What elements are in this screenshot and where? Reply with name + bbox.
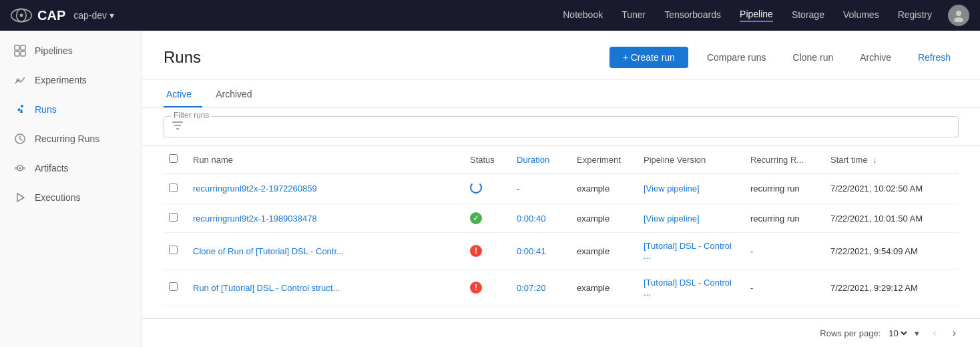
nav-notebook[interactable]: Notebook [563, 9, 603, 21]
svg-point-13 [19, 167, 21, 169]
experiment: example [577, 184, 609, 194]
archive-button[interactable]: Archive [852, 47, 899, 68]
duration: 0:00:40 [517, 214, 545, 224]
status-icon-error: ! [470, 245, 482, 257]
sidebar-label-pipelines: Pipelines [35, 45, 73, 56]
svg-point-10 [21, 105, 23, 107]
nav-tuner[interactable]: Tuner [622, 9, 646, 21]
pipeline-version[interactable]: [Tutorial] DSL - Control ... [644, 241, 732, 261]
row-checkbox[interactable] [169, 184, 178, 192]
row-checkbox[interactable] [169, 246, 178, 254]
prev-page-button[interactable]: ‹ [930, 324, 939, 342]
svg-marker-16 [17, 194, 24, 202]
recurring: - [750, 283, 753, 293]
nav-pipeline[interactable]: Pipeline [740, 9, 773, 22]
start-time: 7/22/2021, 10:01:50 AM [830, 214, 923, 224]
logo-icon [11, 6, 32, 25]
sidebar-item-recurring-runs[interactable]: Recurring Runs [0, 124, 142, 153]
refresh-button[interactable]: Refresh [910, 47, 959, 68]
recurring: recurring run [750, 214, 800, 224]
table-row: Clone of Run of [Tutorial] DSL - Contr..… [164, 233, 959, 270]
col-header-duration: Duration [511, 146, 571, 174]
select-all-checkbox[interactable] [169, 154, 178, 163]
experiment: example [577, 246, 609, 256]
page-title: Runs [164, 48, 599, 67]
tab-active[interactable]: Active [164, 79, 202, 107]
table-area: Run name Status Duration Experiment Pipe [142, 146, 980, 318]
svg-rect-6 [21, 45, 25, 50]
tab-archived[interactable]: Archived [213, 79, 262, 107]
table-row: recurringrunl9t2x-1-1989038478 ✓ 0:00:40… [164, 204, 959, 233]
pipeline-version[interactable]: [Tutorial] DSL - Control ... [644, 278, 732, 298]
sidebar-item-experiments[interactable]: Experiments [0, 65, 142, 95]
pipelines-icon [13, 44, 27, 57]
nav-links: Notebook Tuner Tensorboards Pipeline Sto… [563, 9, 932, 22]
run-name[interactable]: recurringrunl9t2x-2-1972260859 [193, 184, 317, 194]
filter-box: Filter runs [164, 116, 959, 137]
sidebar-label-experiments: Experiments [35, 75, 87, 85]
row-checkbox[interactable] [169, 282, 178, 291]
table-row: recurringrunl9t2x-2-1972260859 - example… [164, 174, 959, 204]
pipeline-version[interactable]: [View pipeline] [644, 184, 700, 194]
recurring-runs-icon [13, 132, 27, 145]
duration: 0:07:20 [517, 283, 545, 293]
start-time: 7/22/2021, 9:54:09 AM [830, 246, 918, 256]
sidebar-item-executions[interactable]: Executions [0, 183, 142, 212]
sidebar-label-runs: Runs [35, 104, 57, 115]
filter-area: Filter runs [142, 108, 980, 146]
svg-point-3 [956, 11, 961, 16]
env-dropdown[interactable]: cap-dev ▾ [73, 10, 114, 21]
create-run-button[interactable]: + Create run [609, 47, 688, 68]
runs-table: Run name Status Duration Experiment Pipe [164, 146, 959, 306]
table-footer: Rows per page: 10 25 50 ▾ ‹ › [142, 318, 980, 347]
run-name[interactable]: recurringrunl9t2x-1-1989038478 [193, 214, 317, 224]
rows-per-page-label: Rows per page: [820, 328, 881, 338]
status-icon-running [470, 182, 482, 194]
rows-per-page-select[interactable]: 10 25 50 [886, 328, 909, 339]
nav-storage[interactable]: Storage [792, 9, 824, 21]
main-layout: Pipelines Experiments Runs Recurring Run… [0, 31, 980, 347]
row-checkbox[interactable] [169, 213, 178, 222]
start-time: 7/22/2021, 10:02:50 AM [830, 184, 923, 194]
pipeline-version[interactable]: [View pipeline] [644, 214, 700, 224]
run-name[interactable]: Run of [Tutorial] DSL - Control struct..… [193, 283, 340, 293]
content-area: Runs + Create run Compare runs Clone run… [142, 31, 980, 347]
col-header-recurring: Recurring R... [745, 146, 825, 174]
svg-point-14 [15, 167, 17, 169]
run-name[interactable]: Clone of Run of [Tutorial] DSL - Contr..… [193, 246, 344, 256]
col-header-start-time[interactable]: Start time ↓ [825, 146, 959, 174]
nav-tensorboards[interactable]: Tensorboards [664, 9, 721, 21]
col-header-pipeline: Pipeline Version [638, 146, 745, 174]
recurring: recurring run [750, 184, 800, 194]
status-icon-error: ! [470, 282, 482, 294]
avatar[interactable] [948, 5, 969, 26]
nav-registry[interactable]: Registry [898, 9, 932, 21]
nav-volumes[interactable]: Volumes [843, 9, 879, 21]
svg-point-2 [20, 14, 23, 17]
filter-input[interactable] [188, 121, 950, 132]
experiment: example [577, 214, 609, 224]
sidebar-item-pipelines[interactable]: Pipelines [0, 36, 142, 65]
sidebar-item-runs[interactable]: Runs [0, 95, 142, 124]
sidebar-item-artifacts[interactable]: Artifacts [0, 153, 142, 183]
chevron-down-icon: ▾ [915, 328, 919, 338]
artifacts-icon [13, 161, 27, 175]
next-page-button[interactable]: › [950, 324, 959, 342]
topnav: CAP cap-dev ▾ Notebook Tuner Tensorboard… [0, 0, 980, 31]
rows-per-page: Rows per page: 10 25 50 ▾ [820, 328, 919, 339]
col-header-run-name: Run name [188, 146, 465, 174]
compare-runs-button[interactable]: Compare runs [699, 47, 774, 68]
sidebar-label-artifacts: Artifacts [35, 163, 69, 174]
sidebar: Pipelines Experiments Runs Recurring Run… [0, 31, 142, 347]
sort-icon: ↓ [873, 155, 877, 165]
col-header-status: Status [465, 146, 511, 174]
sidebar-label-executions: Executions [35, 192, 80, 203]
content-header: Runs + Create run Compare runs Clone run… [142, 31, 980, 79]
col-header-experiment: Experiment [571, 146, 638, 174]
svg-rect-7 [15, 51, 19, 56]
svg-point-15 [23, 167, 25, 169]
runs-icon [13, 103, 27, 116]
clone-run-button[interactable]: Clone run [785, 47, 842, 68]
duration: 0:00:41 [517, 246, 545, 256]
app-logo[interactable]: CAP [11, 6, 65, 25]
